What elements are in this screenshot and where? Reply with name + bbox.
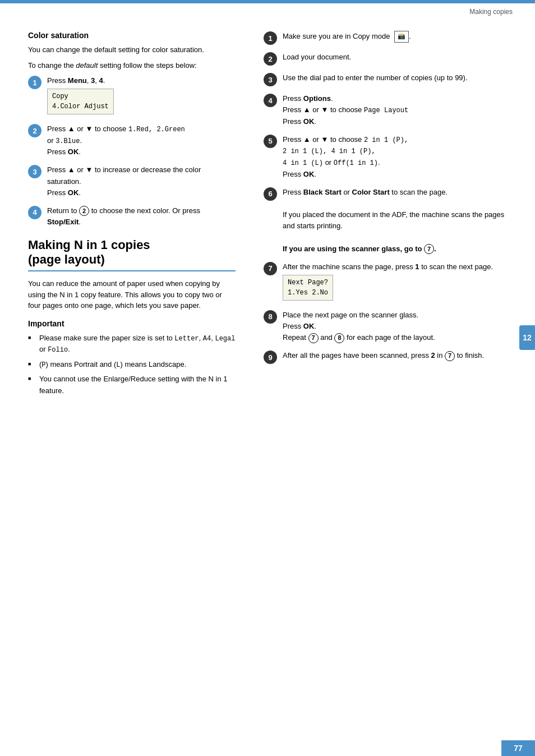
right-step-4-content: Press Options. Press ▲ or ▼ to choose Pa… bbox=[283, 93, 507, 127]
right-step-2-content: Load your document. bbox=[283, 52, 507, 63]
right-step-1: 1 Make sure you are in Copy mode 📸. bbox=[264, 31, 507, 45]
right-step-8-content: Place the next page on the scanner glass… bbox=[283, 310, 507, 343]
step-4: 4 Return to 2 to choose the next color. … bbox=[28, 205, 236, 228]
right-step-num-6: 6 bbox=[264, 187, 277, 201]
bullet-1: Please make sure the paper size is set t… bbox=[28, 333, 236, 356]
circle-ref-7c: 7 bbox=[445, 351, 455, 361]
right-step-7: 7 After the machine scans the page, pres… bbox=[264, 261, 507, 303]
circle-ref-8: 8 bbox=[334, 333, 344, 343]
step-3: 3 Press ▲ or ▼ to increase or decrease t… bbox=[28, 164, 236, 198]
right-step-5-content: Press ▲ or ▼ to choose 2 in 1 (P), 2 in … bbox=[283, 134, 507, 180]
bullet-2: (P) means Portrait and (L) means Landsca… bbox=[28, 359, 236, 371]
step-1: 1 Press Menu, 3, 4. Copy4.Color Adjust bbox=[28, 75, 236, 117]
header-title: Making copies bbox=[469, 8, 513, 16]
important-bullets: Please make sure the paper size is set t… bbox=[28, 333, 236, 397]
bullet-3: You cannot use the Enlarge/Reduce settin… bbox=[28, 374, 236, 396]
right-step-6-content: Press Black Start or Color Start to scan… bbox=[283, 187, 507, 255]
step-1-content: Press Menu, 3, 4. Copy4.Color Adjust bbox=[47, 75, 236, 117]
main-content: Color saturation You can change the defa… bbox=[0, 20, 535, 756]
important-heading: Important bbox=[28, 319, 236, 328]
circle-ref-2: 2 bbox=[79, 206, 89, 216]
step-num-4: 4 bbox=[28, 206, 41, 219]
copy-mode-icon: 📸 bbox=[394, 31, 409, 43]
n-in-1-section: Making N in 1 copies (page layout) You c… bbox=[28, 238, 236, 397]
right-step-3: 3 Use the dial pad to enter the number o… bbox=[264, 72, 507, 86]
step-4-content: Return to 2 to choose the next color. Or… bbox=[47, 205, 236, 228]
right-step-num-8: 8 bbox=[264, 310, 277, 324]
step-3-content: Press ▲ or ▼ to increase or decrease the… bbox=[47, 164, 236, 198]
color-saturation-para1: You can change the default setting for c… bbox=[28, 44, 236, 56]
right-step-9-content: After all the pages have been scanned, p… bbox=[283, 350, 507, 361]
circle-ref-7a: 7 bbox=[424, 244, 434, 254]
right-step-1-content: Make sure you are in Copy mode 📸. bbox=[283, 31, 507, 43]
left-column: Color saturation You can change the defa… bbox=[0, 20, 252, 756]
step-2: 2 Press ▲ or ▼ to choose 1.Red, 2.Greeno… bbox=[28, 123, 236, 158]
step-num-1: 1 bbox=[28, 76, 41, 89]
lcd-display-2: Next Page?1.Yes 2.No bbox=[283, 275, 333, 301]
right-step-7-content: After the machine scans the page, press … bbox=[283, 261, 507, 303]
circle-ref-7b: 7 bbox=[308, 333, 319, 343]
color-saturation-section: Color saturation You can change the defa… bbox=[28, 31, 236, 228]
right-step-2: 2 Load your document. bbox=[264, 52, 507, 66]
right-step-4: 4 Press Options. Press ▲ or ▼ to choose … bbox=[264, 93, 507, 127]
color-saturation-para2: To change the default setting follow the… bbox=[28, 60, 236, 71]
right-step-num-4: 4 bbox=[264, 94, 277, 107]
right-step-num-1: 1 bbox=[264, 31, 277, 45]
step-num-2: 2 bbox=[28, 124, 41, 137]
top-bar bbox=[0, 0, 535, 3]
page-header: Making copies bbox=[469, 8, 513, 16]
n-in-1-heading: Making N in 1 copies (page layout) bbox=[28, 238, 236, 271]
right-step-8: 8 Place the next page on the scanner gla… bbox=[264, 310, 507, 343]
step-2-content: Press ▲ or ▼ to choose 1.Red, 2.Greenor … bbox=[47, 123, 236, 158]
color-saturation-heading: Color saturation bbox=[28, 31, 236, 40]
lcd-display-1: Copy4.Color Adjust bbox=[47, 89, 114, 114]
n-in-1-para: You can reduce the amount of paper used … bbox=[28, 278, 236, 311]
right-column: 1 Make sure you are in Copy mode 📸. 2 Lo… bbox=[252, 20, 535, 756]
right-step-5: 5 Press ▲ or ▼ to choose 2 in 1 (P), 2 i… bbox=[264, 134, 507, 180]
right-step-num-2: 2 bbox=[264, 52, 277, 66]
right-step-3-content: Use the dial pad to enter the number of … bbox=[283, 72, 507, 84]
right-step-num-9: 9 bbox=[264, 351, 277, 364]
right-step-6: 6 Press Black Start or Color Start to sc… bbox=[264, 187, 507, 255]
right-step-num-3: 3 bbox=[264, 73, 277, 86]
right-step-9: 9 After all the pages have been scanned,… bbox=[264, 350, 507, 364]
right-step-num-7: 7 bbox=[264, 262, 277, 275]
step-num-3: 3 bbox=[28, 165, 41, 178]
right-step-num-5: 5 bbox=[264, 135, 277, 148]
